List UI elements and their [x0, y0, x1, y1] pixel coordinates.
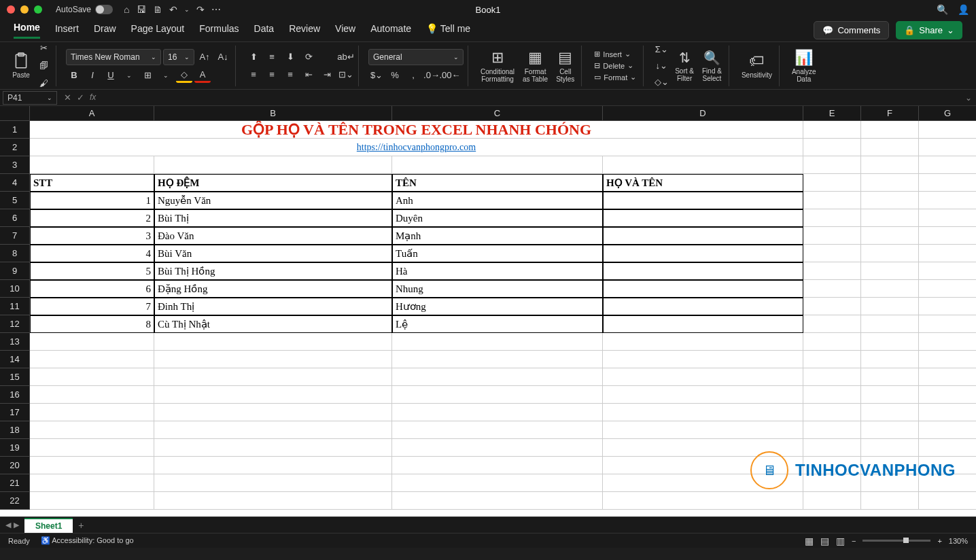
cell[interactable] — [919, 492, 976, 510]
orientation-icon[interactable]: ⟳ — [300, 50, 317, 65]
cell[interactable] — [803, 227, 861, 245]
zoom-level[interactable]: 130% — [949, 537, 968, 545]
cell[interactable] — [803, 298, 861, 315]
cell[interactable] — [919, 209, 976, 227]
cell[interactable] — [154, 492, 392, 510]
cell[interactable]: Bùi Thị Hồng — [154, 262, 392, 280]
cell[interactable] — [919, 386, 976, 404]
paste-button[interactable]: Paste — [10, 51, 33, 80]
row-header-2[interactable]: 2 — [0, 139, 30, 156]
cell[interactable]: 8 — [30, 315, 154, 333]
cell[interactable] — [861, 139, 919, 156]
cell[interactable] — [154, 368, 392, 386]
cell[interactable] — [861, 156, 919, 174]
cell[interactable] — [154, 457, 392, 474]
tab-insert[interactable]: Insert — [55, 23, 79, 38]
cell[interactable] — [919, 333, 976, 351]
italic-button[interactable]: I — [84, 68, 101, 83]
cell[interactable] — [803, 262, 861, 280]
row-header-14[interactable]: 14 — [0, 351, 30, 368]
cell[interactable] — [803, 421, 861, 439]
normal-view-icon[interactable]: ▦ — [805, 536, 814, 546]
cell[interactable] — [154, 474, 392, 492]
cell[interactable] — [154, 333, 392, 351]
document-icon[interactable]: 🗎 — [153, 4, 162, 15]
cell[interactable] — [919, 121, 976, 139]
zoom-slider[interactable] — [862, 540, 930, 542]
cell[interactable] — [603, 227, 803, 245]
cell[interactable] — [919, 404, 976, 421]
cell[interactable] — [919, 139, 976, 156]
cell[interactable]: Hà — [392, 262, 603, 280]
autosave-toggle[interactable]: AutoSave — [56, 5, 113, 14]
cell[interactable] — [861, 351, 919, 368]
format-painter-icon[interactable]: 🖌 — [35, 76, 52, 91]
tab-formulas[interactable]: Formulas — [199, 23, 239, 38]
format-cells-button[interactable]: ▭ Format ⌄ — [591, 72, 639, 82]
cancel-formula-icon[interactable]: ✕ — [64, 92, 71, 103]
cell[interactable] — [803, 139, 861, 156]
cell[interactable] — [392, 474, 603, 492]
cell[interactable] — [603, 333, 803, 351]
cell[interactable] — [603, 386, 803, 404]
cell[interactable] — [803, 280, 861, 298]
cell[interactable]: Đinh Thị — [154, 298, 392, 315]
more-icon[interactable]: ⋯ — [211, 4, 221, 15]
column-header-D[interactable]: D — [603, 106, 803, 121]
cell[interactable]: HỌ VÀ TÊN — [603, 174, 803, 192]
cell[interactable] — [30, 421, 154, 439]
tab-home[interactable]: Home — [14, 22, 40, 39]
fx-icon[interactable]: fx — [90, 92, 96, 103]
cell[interactable]: 1 — [30, 192, 154, 209]
formula-input[interactable] — [103, 91, 961, 105]
cell[interactable] — [861, 315, 919, 333]
find-select-button[interactable]: 🔍Find & Select — [699, 48, 725, 84]
row-header-9[interactable]: 9 — [0, 262, 30, 280]
sensitivity-button[interactable]: 🏷Sensitivity — [739, 51, 775, 80]
zoom-in-icon[interactable]: + — [937, 537, 941, 545]
row-header-18[interactable]: 18 — [0, 421, 30, 439]
decrease-indent-icon[interactable]: ⇤ — [300, 67, 317, 82]
align-bottom-icon[interactable]: ⬇ — [282, 50, 298, 65]
row-header-8[interactable]: 8 — [0, 245, 30, 262]
increase-decimal-icon[interactable]: .0→ — [423, 68, 440, 83]
enter-formula-icon[interactable]: ✓ — [77, 92, 84, 103]
row-header-1[interactable]: 1 — [0, 121, 30, 139]
row-header-16[interactable]: 16 — [0, 386, 30, 404]
cell[interactable] — [154, 386, 392, 404]
cell[interactable]: Mạnh — [392, 227, 603, 245]
cell[interactable] — [919, 368, 976, 386]
cell[interactable]: Đặng Hồng — [154, 280, 392, 298]
column-header-G[interactable]: G — [919, 106, 976, 121]
cell[interactable]: 6 — [30, 280, 154, 298]
cell[interactable] — [392, 404, 603, 421]
cell[interactable] — [392, 439, 603, 457]
increase-font-icon[interactable]: A↑ — [196, 50, 213, 65]
cell[interactable] — [603, 404, 803, 421]
page-layout-view-icon[interactable]: ▤ — [820, 536, 829, 546]
cut-icon[interactable]: ✂ — [35, 41, 52, 56]
cell[interactable] — [803, 492, 861, 510]
borders-icon[interactable]: ⊞ — [139, 68, 156, 83]
share-button[interactable]: 🔒 Share ⌄ — [896, 21, 962, 39]
analyze-data-button[interactable]: 📊Analyze Data — [789, 48, 819, 84]
cell[interactable] — [803, 174, 861, 192]
percent-icon[interactable]: % — [387, 68, 403, 83]
cell[interactable] — [603, 245, 803, 262]
increase-indent-icon[interactable]: ⇥ — [319, 67, 335, 82]
cell[interactable] — [861, 333, 919, 351]
name-box[interactable]: P41⌄ — [3, 91, 57, 105]
cell[interactable]: 2 — [30, 209, 154, 227]
tab-draw[interactable]: Draw — [94, 23, 116, 38]
column-header-E[interactable]: E — [803, 106, 861, 121]
cell[interactable] — [861, 280, 919, 298]
cell[interactable] — [803, 315, 861, 333]
decrease-decimal-icon[interactable]: .00← — [442, 68, 458, 83]
sheet-tab-1[interactable]: Sheet1 — [24, 518, 73, 533]
tab-data[interactable]: Data — [254, 23, 275, 38]
column-header-F[interactable]: F — [861, 106, 919, 121]
tab-automate[interactable]: Automate — [370, 23, 411, 38]
row-header-13[interactable]: 13 — [0, 333, 30, 351]
decrease-font-icon[interactable]: A↓ — [215, 50, 231, 65]
cell[interactable] — [30, 368, 154, 386]
